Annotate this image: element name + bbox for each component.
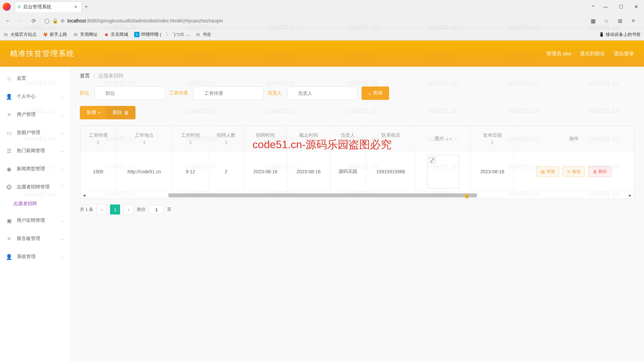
action-row: 新增+ 删除🗑 xyxy=(80,106,635,119)
bookmark-item[interactable]: 🗀常用网址 xyxy=(73,32,98,38)
col-pubdate[interactable]: 发布日期▲▼ xyxy=(471,126,514,152)
sidebar-item-system[interactable]: 👤系统管理⌄ xyxy=(0,248,70,266)
goto-page-input[interactable] xyxy=(149,205,164,214)
mobile-icon: 📱 xyxy=(599,32,604,37)
search-button[interactable]: ⌕查询 xyxy=(362,86,389,100)
firefox-logo-icon xyxy=(3,3,11,11)
tabs-dropdown-icon[interactable]: ⌄ xyxy=(588,0,598,9)
col-phone[interactable]: 联系电话▲▼ xyxy=(366,126,416,152)
lock-icon: 🔒 xyxy=(52,18,58,23)
star-icon[interactable]: ☆ xyxy=(602,16,611,25)
bookmark-item[interactable]: ◉京东商城 xyxy=(104,32,128,38)
url-bar[interactable]: ◯ 🔒 ⊘ localhost:8080/springbootsudk0/adm… xyxy=(42,15,585,26)
browser-tab[interactable]: V 后台管理系统 × xyxy=(15,1,82,12)
detail-button[interactable]: ▤详情 xyxy=(536,166,559,177)
header-exit-front[interactable]: 退出到前台 xyxy=(580,51,605,57)
sidebar-item-poverty[interactable]: ▭贫困户管理⌄ xyxy=(0,124,70,142)
goto-label-pre: 前往 xyxy=(137,206,146,213)
sidebar-item-volunteer[interactable]: ⏻志愿者招聘管理⌃ xyxy=(0,178,70,196)
close-tab-icon[interactable]: × xyxy=(73,4,79,10)
qr-icon[interactable]: ▦ xyxy=(588,16,598,25)
folder-icon: 🗀 xyxy=(73,32,78,37)
maximize-icon[interactable]: ☐ xyxy=(613,0,629,13)
edit-button[interactable]: ✎修改 xyxy=(562,166,585,177)
new-tab-icon[interactable]: + xyxy=(83,4,89,10)
extension-icon[interactable]: ⊞ xyxy=(615,16,625,25)
reload-icon[interactable]: ⟳ xyxy=(29,16,38,25)
filter-input-owner[interactable] xyxy=(287,86,358,100)
rect-icon: ▭ xyxy=(6,130,12,136)
bookmark-item[interactable]: b哔哩哔哩 ( ゜- ゜)つロ … xyxy=(134,32,190,38)
filter-input-salary[interactable] xyxy=(193,86,264,100)
prev-page-button[interactable]: ‹ xyxy=(97,204,107,215)
sidebar-subitem-volunteer-recruit[interactable]: 志愿者招聘 xyxy=(0,196,70,212)
sidebar-item-profile[interactable]: 👤个人中心⌄ xyxy=(0,87,70,106)
minimize-icon[interactable]: — xyxy=(598,0,613,13)
table-header-row: 工资待遇▲▼ 工作地点▲▼ 工作时间▲▼ 招聘人数▲▼ 招聘时间▲▼ 截止时间▲… xyxy=(80,126,634,152)
col-count[interactable]: 招聘人数▲▼ xyxy=(208,126,244,152)
sidebar-item-newstype[interactable]: ◉新闻类型管理⌄ xyxy=(0,160,70,178)
cell-count: 2 xyxy=(208,152,244,192)
scrollbar-thumb[interactable] xyxy=(168,193,477,197)
fox-icon: 🦊 xyxy=(43,32,48,37)
filter-input-position[interactable] xyxy=(95,86,165,100)
sidebar-item-apply[interactable]: ▣用户应聘管理⌄ xyxy=(0,212,70,230)
cell-pubdate: 2023-08-16 xyxy=(471,152,514,192)
chevron-down-icon: ⌄ xyxy=(61,130,64,135)
header-logout[interactable]: 退出登录 xyxy=(614,51,634,57)
add-button[interactable]: 新增+ xyxy=(80,106,107,119)
sidebar-item-messages[interactable]: ≡留言板管理⌄ xyxy=(0,230,70,248)
menu-label: 用户应聘管理 xyxy=(17,218,45,224)
page-1-button[interactable]: 1 xyxy=(110,204,120,215)
app-title: 精准扶贫管理系统 xyxy=(10,49,74,59)
col-start[interactable]: 招聘时间▲▼ xyxy=(244,126,287,152)
menu-label: 贫困户管理 xyxy=(17,130,40,136)
mobile-bookmarks[interactable]: 📱移动设备上的书签 xyxy=(599,32,641,38)
menu-icon[interactable]: ≡ xyxy=(629,16,638,25)
col-end[interactable]: 截止时间▲▼ xyxy=(287,126,330,152)
close-window-icon[interactable]: ✕ xyxy=(629,0,644,13)
col-owner[interactable]: 负责人▲▼ xyxy=(330,126,366,152)
row-delete-button[interactable]: 🗑删除 xyxy=(588,166,611,177)
sort-icon: ▲▼ xyxy=(474,140,511,145)
filter-row: 职位 ⌕ 工资待遇 ⌕ 负责人 ⌕ ⌕查询 xyxy=(80,86,635,100)
scroll-right-icon[interactable]: ► xyxy=(627,193,634,198)
next-page-button[interactable]: › xyxy=(123,204,133,215)
sidebar-item-news[interactable]: ☰热门新闻管理⌄ xyxy=(0,142,70,160)
bookmark-item[interactable]: 🦊新手上路 xyxy=(43,32,67,38)
broken-image-icon: ▞ xyxy=(429,157,435,163)
bookmarks-bar: 🗀火狐官方站点 🦊新手上路 🗀常用网址 ◉京东商城 b哔哩哔哩 ( ゜- ゜)つ… xyxy=(0,28,644,40)
scrollbar-track[interactable] xyxy=(88,193,627,198)
shield-icon: ◯ xyxy=(44,18,50,23)
header-user[interactable]: 管理员 abo xyxy=(546,51,571,57)
pagination: 共 1 条 ‹ 1 › 前往 页 xyxy=(80,204,635,215)
scroll-left-icon[interactable]: ◄ xyxy=(80,193,88,198)
breadcrumb-separator: / xyxy=(93,73,95,78)
cell-owner: 源码乐园 xyxy=(330,152,366,192)
col-worktime[interactable]: 工作时间▲▼ xyxy=(173,126,208,152)
breadcrumb-home[interactable]: 首页 xyxy=(80,73,90,78)
menu-label: 热门新闻管理 xyxy=(17,148,45,154)
forward-icon[interactable]: → xyxy=(16,16,25,25)
image-placeholder[interactable]: ▞ xyxy=(427,155,459,188)
back-icon[interactable]: ← xyxy=(3,16,13,25)
sort-icon: ▲▼ xyxy=(211,140,241,145)
folder-icon: 🗀 xyxy=(3,32,9,37)
col-place[interactable]: 工作地点▲▼ xyxy=(116,126,173,152)
vue-icon: V xyxy=(18,5,20,9)
pagination-total: 共 1 条 xyxy=(80,206,93,213)
chevron-down-icon: ⌄ xyxy=(61,94,64,99)
col-image[interactable]: 图片 ▲▼ xyxy=(416,126,471,152)
bookmark-item[interactable]: 🗀书生 xyxy=(196,32,211,38)
col-salary[interactable]: 工资待遇▲▼ xyxy=(80,126,116,152)
delete-button[interactable]: 删除🗑 xyxy=(106,106,136,119)
horizontal-scrollbar[interactable]: ◄ ► xyxy=(80,192,634,199)
bookmark-item[interactable]: 🗀火狐官方站点 xyxy=(3,32,37,38)
chevron-down-icon: ⌄ xyxy=(61,148,64,153)
home-icon: ⌂ xyxy=(6,75,12,81)
filter-label-owner: 负责人 xyxy=(268,90,282,96)
sidebar-item-home[interactable]: ⌂首页 xyxy=(0,69,70,87)
cell-place: http://code51.cn xyxy=(116,152,173,192)
bilibili-icon: b xyxy=(134,32,140,37)
sidebar-item-users[interactable]: ≡用户管理⌄ xyxy=(0,106,70,124)
